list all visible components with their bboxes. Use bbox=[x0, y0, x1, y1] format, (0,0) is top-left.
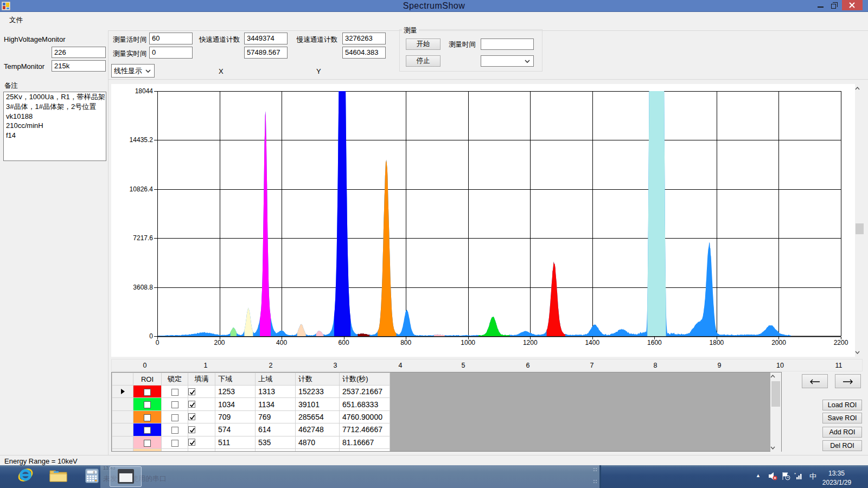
svg-text:10826.4: 10826.4 bbox=[130, 185, 154, 193]
svg-text:14435.2: 14435.2 bbox=[130, 136, 154, 144]
svg-text:1800: 1800 bbox=[710, 339, 724, 346]
svg-text:400: 400 bbox=[276, 339, 287, 346]
svg-text:200: 200 bbox=[214, 339, 225, 346]
svg-text:1400: 1400 bbox=[585, 339, 599, 346]
svg-text:18044: 18044 bbox=[135, 87, 154, 95]
svg-text:0: 0 bbox=[156, 339, 159, 346]
svg-text:1000: 1000 bbox=[461, 339, 475, 346]
svg-text:800: 800 bbox=[400, 339, 411, 346]
svg-text:*: * bbox=[794, 472, 796, 477]
svg-text:600: 600 bbox=[339, 339, 349, 346]
svg-text:1600: 1600 bbox=[647, 339, 662, 346]
svg-text:2000: 2000 bbox=[771, 339, 786, 346]
svg-text:3608.8: 3608.8 bbox=[133, 284, 153, 291]
svg-text:2200: 2200 bbox=[834, 339, 848, 346]
svg-text:1200: 1200 bbox=[523, 339, 538, 346]
svg-text:7217.6: 7217.6 bbox=[133, 234, 153, 242]
svg-text:0: 0 bbox=[149, 332, 153, 340]
